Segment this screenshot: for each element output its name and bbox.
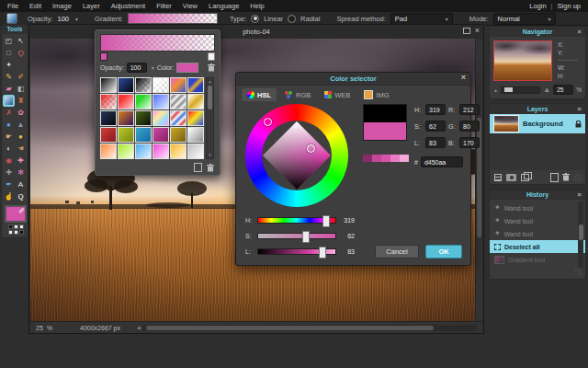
scroll-down-icon[interactable]: ▼ [207,153,213,157]
gradient-preset-white-to-transparent[interactable] [153,77,169,93]
tab-rgb[interactable]: RGB [279,88,316,101]
gradient-preset-olive[interactable] [118,127,134,143]
gradient-tool[interactable] [3,95,15,107]
sat-slider-handle[interactable] [302,231,310,243]
heal-tool[interactable]: ✚ [15,155,27,167]
color-replace-tool[interactable]: ✗ [3,107,15,119]
history-item-wand-tool[interactable]: ✦Wand tool [490,201,585,214]
navigator-zoom-value[interactable]: 25 [553,85,573,95]
h-field[interactable]: 319 [425,104,446,115]
menu-image[interactable]: Image [52,2,72,10]
dodge-tool[interactable]: ◐ [3,143,15,155]
s-field[interactable]: 62 [425,121,446,132]
navigator-thumbnail[interactable] [493,40,552,81]
type-tool[interactable]: A [15,178,27,190]
move-tool[interactable]: ↖ [15,35,27,47]
sat-slider[interactable] [257,233,336,239]
close-panel-icon[interactable]: × [577,190,582,200]
sharpen-tool[interactable]: ▲ [15,119,27,131]
default-colors-icon[interactable] [8,224,22,235]
resize-grip-icon[interactable] [574,268,582,275]
lock-icon[interactable] [575,121,582,128]
b-field[interactable]: 170 [459,137,480,148]
bloat-tool[interactable]: ✛ [3,167,15,178]
presets-scrollbar[interactable]: ▲ ▼ [206,77,214,159]
menu-layer[interactable]: Layer [83,2,100,10]
gradient-preset-dark-red[interactable] [100,127,117,143]
move-layer-icon[interactable] [521,174,529,181]
pencil-tool[interactable]: ✎ [3,71,15,83]
ok-button[interactable]: OK [425,245,462,259]
menu-language[interactable]: Language [209,2,239,10]
linear-label[interactable]: Linear [264,15,283,23]
close-window-icon[interactable]: × [475,27,480,35]
menu-adjustment[interactable]: Adjustment [111,2,146,10]
recent-color-swatch[interactable] [390,155,400,162]
gradient-preset-gold-to-white[interactable] [170,144,187,159]
gradient-preset-silver-stripes[interactable] [170,94,187,109]
r-field[interactable]: 212 [459,104,480,115]
delete-stop-icon[interactable] [208,63,215,72]
zoom-out-icon[interactable]: ▲ [493,87,498,93]
spread-method-select[interactable]: Pad ▾ [390,13,453,25]
gradient-editor-preview[interactable] [100,34,215,52]
gradient-preset-green-to-white[interactable] [135,94,152,109]
zoom-in-icon[interactable]: ▲ [543,86,550,94]
opacity-value[interactable]: 100 [58,15,70,23]
new-gradient-icon[interactable] [194,163,202,172]
eraser-tool[interactable]: ▰ [3,83,15,95]
redeye-tool[interactable]: ◉ [3,155,15,167]
stop-opacity-value[interactable]: 100 [127,63,147,73]
tab-web[interactable]: WEB [319,88,356,101]
layer-mask-icon[interactable] [506,174,516,181]
gradient-preset-red-yellow-blue[interactable] [187,110,204,126]
color-wheel[interactable] [245,104,348,207]
gradient-preset-red-to-transparent[interactable] [100,94,117,109]
colorpicker-tool[interactable]: ✒ [3,178,15,190]
menu-view[interactable]: View [183,2,198,10]
gradient-preset-magenta-orange-blue[interactable] [170,77,187,93]
zoom-tool[interactable]: Q [15,190,27,202]
gradient-preset-gold-sheen[interactable] [187,94,204,109]
smudge-tool[interactable]: ☛ [3,131,15,143]
fill-tool[interactable]: ◧ [15,83,27,95]
gradient-stop-end[interactable] [208,52,215,61]
delete-layer-icon[interactable] [562,173,570,181]
gradient-preset-blue-to-black[interactable] [118,77,134,93]
linear-radio[interactable] [251,15,259,23]
gradient-preset-silver-to-white[interactable] [187,144,204,159]
horizontal-scrollbar[interactable]: ◀ [137,325,477,331]
gradient-preset-blue-to-white[interactable] [153,94,169,109]
menu-edit[interactable]: Edit [29,2,41,10]
hue-slider-handle[interactable] [322,215,330,227]
scroll-up-icon[interactable]: ▲ [207,79,213,84]
stop-color-swatch[interactable] [176,63,198,73]
marquee-tool[interactable]: □ [3,47,15,59]
gradient-preset-black-to-transparent[interactable] [135,77,152,93]
mode-select[interactable]: Normal ▾ [493,13,556,25]
wand-tool[interactable]: ✦ [3,59,15,71]
gradient-stop-start[interactable] [100,52,107,61]
stamp-tool[interactable]: ♜ [15,95,27,107]
chevron-down-icon[interactable]: ▾ [75,16,78,22]
foreground-swatch[interactable]: ✐ [5,205,27,223]
hex-field[interactable]: d450aa [421,156,463,167]
g-field[interactable]: 80 [459,121,480,132]
crop-tool[interactable]: ◰ [3,35,15,47]
gradient-preset-orange-to-purple[interactable] [118,110,134,126]
zoom-slider[interactable] [501,86,540,94]
recent-color-swatch[interactable] [363,155,372,162]
gradient-preset-lime-to-white[interactable] [118,144,134,159]
layer-options-icon[interactable] [573,174,581,181]
lasso-tool[interactable]: Ϙ [15,47,27,59]
gradient-preset-dark-gold[interactable] [170,127,187,143]
gradient-preset-navy-to-black[interactable] [100,110,117,126]
recent-color-swatch[interactable] [400,155,409,162]
blur-tool[interactable]: ● [3,119,15,131]
history-item-gradient-tool[interactable]: Gradient tool [490,253,585,266]
scroll-left-icon[interactable]: ◀ [137,325,141,330]
gradient-preset-pink-to-white[interactable] [153,144,169,159]
close-dialog-icon[interactable]: × [461,74,466,82]
gradient-preset-red-white-blue-stripes[interactable] [170,110,187,126]
restore-window-icon[interactable] [463,28,470,34]
